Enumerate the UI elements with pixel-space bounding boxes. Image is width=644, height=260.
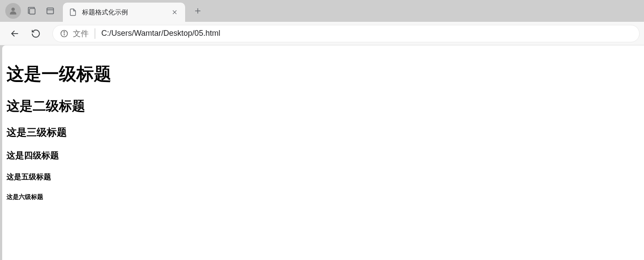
workspaces-icon[interactable]	[43, 3, 58, 18]
url-text: C:/Users/Wamtar/Desktop/05.html	[101, 29, 220, 38]
address-bar[interactable]: 文件 C:/Users/Wamtar/Desktop/05.html	[52, 25, 640, 42]
refresh-button[interactable]	[27, 25, 45, 42]
browser-tab[interactable]: 标题格式化示例	[63, 3, 185, 22]
collections-icon[interactable]	[24, 3, 39, 18]
toolbar: 文件 C:/Users/Wamtar/Desktop/05.html	[0, 22, 644, 45]
page-content: 这是一级标题 这是二级标题 这是三级标题 这是四级标题 这是五级标题 这是六级标…	[2, 45, 644, 260]
url-scheme-label: 文件	[73, 28, 95, 39]
heading-4: 这是四级标题	[7, 150, 640, 161]
heading-3: 这是三级标题	[7, 126, 640, 139]
heading-2: 这是二级标题	[7, 97, 640, 115]
svg-rect-1	[30, 9, 35, 14]
svg-point-0	[11, 7, 15, 11]
heading-5: 这是五级标题	[7, 172, 640, 182]
back-button[interactable]	[6, 25, 24, 42]
close-tab-icon[interactable]	[170, 8, 179, 17]
page-icon	[69, 8, 77, 16]
new-tab-button[interactable]	[190, 3, 205, 18]
svg-point-11	[64, 31, 65, 32]
profile-icon[interactable]	[5, 3, 21, 19]
heading-6: 这是六级标题	[7, 193, 640, 201]
heading-1: 这是一级标题	[7, 62, 640, 86]
browser-chrome: 标题格式化示例	[0, 0, 644, 45]
svg-rect-2	[47, 8, 54, 14]
tab-bar: 标题格式化示例	[0, 0, 644, 22]
tab-title: 标题格式化示例	[82, 8, 167, 17]
site-info-icon[interactable]	[60, 29, 69, 38]
